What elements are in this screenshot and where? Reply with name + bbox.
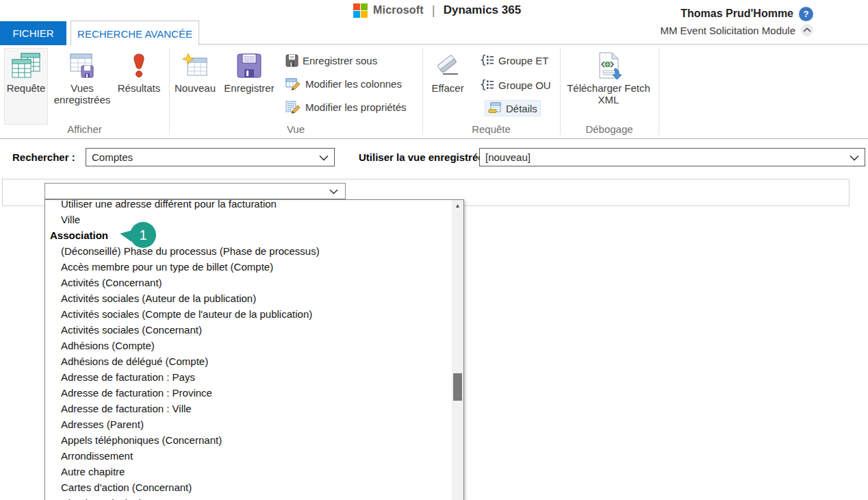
modifier-proprietes-button[interactable]: Modifier les propriétés: [282, 99, 410, 115]
list-item[interactable]: Activités sociales (Concernant): [45, 322, 452, 338]
vue-enregistree-select-value: [nouveau]: [485, 151, 531, 163]
list-item[interactable]: Activités sociales (Compte de l'auteur d…: [45, 306, 452, 322]
list-item[interactable]: Arrondissement: [45, 448, 452, 464]
list-item[interactable]: Utiliser une adresse différent pour la f…: [45, 199, 452, 212]
list-item[interactable]: Adresse de facturation : Pays: [45, 369, 452, 385]
list-item[interactable]: Adhésions (Compte): [45, 338, 452, 353]
scrollbar-thumb[interactable]: [453, 373, 462, 401]
saved-views-icon: [68, 51, 96, 80]
groupe-et-button[interactable]: Groupe ET: [476, 52, 552, 68]
enregistrer-sous-label: Enregistrer sous: [303, 55, 377, 66]
group-and-icon: [480, 54, 494, 66]
vue-enregistree-select[interactable]: [nouveau]: [479, 148, 865, 166]
annotation-balloon-1: 1: [130, 222, 156, 248]
edit-columns-icon: [285, 77, 301, 90]
ribbon-divider: [169, 48, 170, 135]
ribbon-divider: [422, 48, 423, 135]
groupe-et-label: Groupe ET: [498, 55, 548, 66]
product-name: Dynamics 365: [444, 3, 521, 17]
help-icon[interactable]: ?: [799, 7, 813, 21]
eraser-icon: [434, 51, 461, 80]
vues-enregistrees-label: Vues enregistrées: [54, 82, 111, 105]
group-label-requete: Requête: [422, 123, 560, 135]
advanced-find-window: Microsoft | Dynamics 365 Thomas Prud'Hom…: [0, 0, 868, 500]
group-label-afficher: Afficher: [0, 123, 169, 135]
ribbon-top-border: [199, 44, 868, 45]
group-label-debogage: Débogage: [560, 123, 659, 135]
groupe-ou-label: Groupe OU: [498, 79, 551, 91]
ribbon: Requête Vues enregistrées: [0, 45, 868, 138]
dropdown-scrollbar[interactable]: ▲: [452, 200, 463, 500]
resultats-label: Résultats: [118, 82, 161, 94]
enregistrer-sous-button[interactable]: Enregistrer sous: [282, 52, 381, 68]
ribbon-divider: [560, 48, 561, 135]
nouveau-button[interactable]: Nouveau: [173, 48, 218, 125]
list-item[interactable]: Autre chapitre: [45, 464, 452, 479]
rechercher-select[interactable]: Comptes: [86, 148, 335, 166]
effacer-button[interactable]: Effacer: [426, 48, 470, 125]
list-item[interactable]: Cartes d'action (Concernant): [45, 479, 452, 495]
group-or-icon: [480, 79, 494, 91]
telecharger-fetch-xml-label: Télécharger Fetch XML: [566, 82, 651, 105]
vues-enregistrees-button[interactable]: Vues enregistrées: [53, 48, 111, 125]
brand-header: Microsoft | Dynamics 365: [353, 1, 521, 19]
enregistrer-label: Enregistrer: [224, 82, 274, 94]
save-as-floppy-icon: [285, 54, 298, 67]
effacer-label: Effacer: [431, 82, 463, 94]
tab-fichier[interactable]: FICHIER: [0, 21, 66, 45]
chevron-down-icon: [850, 155, 859, 161]
groupe-ou-button[interactable]: Groupe OU: [476, 77, 554, 93]
details-button[interactable]: Détails: [485, 100, 541, 116]
requete-button[interactable]: Requête: [4, 48, 48, 125]
enregistrer-button[interactable]: Enregistrer: [220, 48, 278, 125]
brand-separator: |: [432, 3, 435, 18]
user-name: Thomas Prud'Homme: [680, 8, 793, 20]
chevron-down-icon: [319, 155, 329, 161]
module-name: MM Event Solicitation Module: [660, 25, 795, 36]
scroll-up-button[interactable]: ▲: [452, 200, 463, 212]
field-dropdown-list: Utiliser une adresse différent pour la f…: [44, 199, 464, 500]
resultats-button[interactable]: Résultats: [114, 48, 164, 125]
list-item[interactable]: Chapitre principal: [45, 495, 452, 500]
field-dropdown-items: Utiliser une adresse différent pour la f…: [45, 199, 452, 500]
microsoft-logo-icon: [353, 3, 368, 18]
rechercher-label: Rechercher :: [12, 148, 75, 166]
list-item[interactable]: Adresses (Parent): [45, 416, 452, 432]
field-select[interactable]: [44, 183, 346, 199]
telecharger-fetch-xml-button[interactable]: Télécharger Fetch XML: [565, 48, 652, 125]
list-item[interactable]: Adresse de facturation : Ville: [45, 401, 452, 416]
modifier-colonnes-button[interactable]: Modifier les colonnes: [282, 75, 405, 92]
query-tables-icon: [11, 51, 41, 80]
list-item[interactable]: Adhésions de délégué (Compte): [45, 353, 452, 369]
chevron-down-icon: [329, 189, 338, 195]
modifier-proprietes-label: Modifier les propriétés: [305, 101, 407, 113]
ribbon-bottom-border: [0, 138, 868, 139]
list-item[interactable]: Activités (Concernant): [45, 275, 452, 290]
details-icon: [488, 102, 502, 114]
tab-recherche-avancee[interactable]: RECHERCHE AVANCÉE: [71, 21, 199, 46]
user-area: Thomas Prud'Homme ? MM Event Solicitatio…: [660, 5, 813, 38]
chevron-up-icon[interactable]: [801, 24, 813, 36]
edit-properties-icon: [285, 100, 301, 114]
list-item[interactable]: Accès membre pour un type de billet (Com…: [45, 259, 452, 275]
nouveau-label: Nouveau: [175, 82, 216, 94]
list-item[interactable]: Appels téléphoniques (Concernant): [45, 432, 452, 448]
new-table-sparkle-icon: [181, 51, 209, 80]
fetch-xml-file-icon: [593, 51, 624, 80]
list-item[interactable]: (Déconseillé) Phase du processus (Phase …: [45, 243, 452, 259]
group-label-vue: Vue: [169, 123, 422, 135]
ribbon-divider: [659, 48, 659, 135]
list-item[interactable]: Activités sociales (Auteur de la publica…: [45, 290, 452, 306]
requete-label: Requête: [7, 82, 46, 94]
modifier-colonnes-label: Modifier les colonnes: [305, 78, 402, 90]
vue-enregistree-label: Utiliser la vue enregistrée :: [359, 148, 490, 166]
list-item[interactable]: Adresse de facturation : Province: [45, 385, 452, 401]
rechercher-select-value: Comptes: [92, 151, 133, 163]
microsoft-wordmark: Microsoft: [373, 4, 424, 16]
details-label: Détails: [506, 103, 537, 114]
list-group-header-association[interactable]: Association: [45, 227, 452, 243]
list-item[interactable]: Ville: [45, 212, 452, 227]
results-exclamation-icon: [125, 51, 153, 80]
save-floppy-icon: [235, 51, 263, 80]
